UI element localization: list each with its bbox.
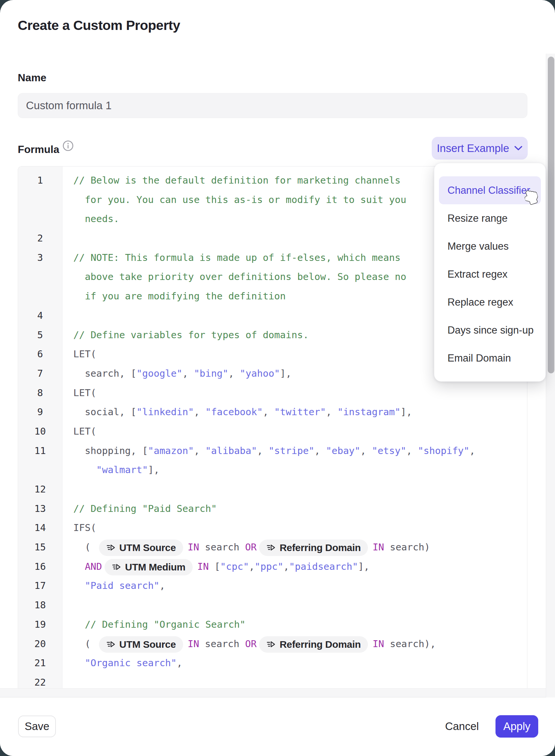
line-number: 20 (18, 634, 62, 654)
line-number: 12 (18, 480, 62, 499)
code-row: 9social, ["linkedin", "facebook", "twitt… (18, 402, 527, 422)
code-row: 17"Paid search", (18, 576, 527, 595)
chevron-down-icon (514, 146, 523, 151)
property-chip-utm-source[interactable]: UTM Source (99, 540, 183, 556)
line-number: 16 (18, 557, 62, 576)
save-button[interactable]: Save (18, 716, 56, 737)
formula-label: Formula (18, 144, 59, 156)
code-row: 19// Defining "Organic Search" (18, 615, 527, 634)
property-icon (106, 543, 116, 552)
footer-bar: Save Cancel Apply (0, 698, 555, 756)
line-number: 6 (18, 345, 62, 364)
menu-item-extract-regex[interactable]: Extract regex (439, 260, 541, 288)
code-row: 10LET( (18, 422, 527, 441)
cancel-button[interactable]: Cancel (440, 716, 483, 737)
vertical-scrollbar-thumb[interactable] (548, 56, 554, 373)
info-icon[interactable] (62, 140, 74, 151)
code-row: 18 (18, 595, 527, 615)
line-number (18, 460, 62, 480)
apply-button[interactable]: Apply (496, 715, 538, 738)
code-row: 16AND UTM Medium IN ["cpc","ppc","paidse… (18, 557, 527, 576)
property-chip-referring-domain[interactable]: Referring Domain (259, 636, 368, 653)
code-row: "walmart"], (18, 460, 527, 480)
menu-item-days-since-sign-up[interactable]: Days since sign-up (439, 316, 541, 344)
code-row: 22 (18, 673, 527, 688)
line-number: 19 (18, 615, 62, 634)
code-row: 21"Organic search", (18, 653, 527, 673)
line-number: 8 (18, 383, 62, 403)
line-number (18, 209, 62, 229)
code-row: 20( UTM Source IN search OR Referring Do… (18, 634, 527, 654)
menu-item-resize-range[interactable]: Resize range (439, 204, 541, 232)
horizontal-scrollbar-track[interactable] (0, 688, 555, 698)
code-row: 15( UTM Source IN search OR Referring Do… (18, 538, 527, 557)
code-row: 12 (18, 480, 527, 499)
line-number: 11 (18, 441, 62, 461)
line-number: 17 (18, 576, 62, 595)
line-number: 15 (18, 538, 62, 557)
property-icon (266, 543, 275, 552)
code-row: 13// Defining "Paid Search" (18, 499, 527, 518)
property-chip-referring-domain[interactable]: Referring Domain (259, 540, 368, 556)
name-input[interactable]: Custom formula 1 (18, 93, 527, 118)
menu-item-email-domain[interactable]: Email Domain (439, 344, 541, 372)
property-icon (266, 640, 275, 649)
page-background: Create a Custom Property Name Custom for… (0, 0, 555, 756)
property-chip-utm-source[interactable]: UTM Source (99, 636, 183, 653)
menu-item-replace-regex[interactable]: Replace regex (439, 288, 541, 316)
property-chip-utm-medium[interactable]: UTM Medium (104, 559, 193, 575)
code-row: 11shopping, ["amazon", "alibaba", "strip… (18, 441, 527, 461)
line-number: 2 (18, 229, 62, 248)
menu-item-merge-values[interactable]: Merge values (439, 232, 541, 260)
name-label: Name (18, 72, 46, 84)
line-number: 4 (18, 306, 62, 325)
line-number: 9 (18, 402, 62, 422)
line-number: 21 (18, 653, 62, 673)
code-row: 14IFS( (18, 518, 527, 538)
property-icon (112, 563, 121, 572)
line-number: 5 (18, 325, 62, 345)
create-custom-property-modal: Create a Custom Property Name Custom for… (0, 0, 555, 756)
line-number: 1 (18, 171, 62, 190)
insert-example-label: Insert Example (437, 142, 509, 155)
insert-example-button[interactable]: Insert Example (432, 137, 528, 160)
line-number: 3 (18, 248, 62, 268)
line-number (18, 286, 62, 306)
name-input-value: Custom formula 1 (26, 100, 112, 112)
line-number: 18 (18, 595, 62, 615)
line-number (18, 267, 62, 286)
line-number: 22 (18, 673, 62, 688)
modal-title: Create a Custom Property (18, 18, 180, 33)
code-row: 8LET( (18, 383, 527, 403)
property-icon (106, 640, 116, 649)
line-number: 10 (18, 422, 62, 441)
line-number (18, 190, 62, 209)
line-number: 13 (18, 499, 62, 518)
line-number: 14 (18, 518, 62, 538)
line-number: 7 (18, 364, 62, 383)
